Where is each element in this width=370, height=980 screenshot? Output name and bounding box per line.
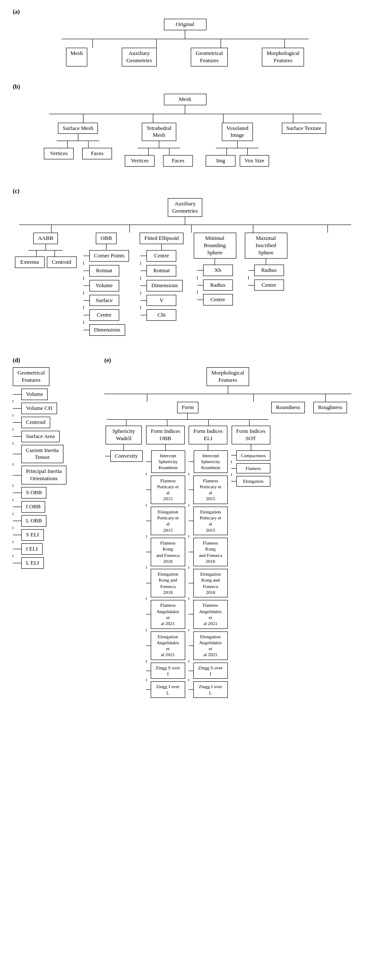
hc	[189, 461, 194, 462]
e-fi-obb-col: Form Indices OBB Intercept Sphericity Kr…	[146, 426, 185, 698]
b-tm-children: Vertices Faces	[125, 155, 193, 167]
node-vox-size: Vox Size	[240, 155, 269, 167]
d-item-volume-ch: Volume CH	[13, 403, 57, 414]
vc	[36, 251, 37, 257]
hc	[13, 493, 21, 493]
node-tet-mesh: Tetrahedral Mesh	[142, 123, 176, 141]
form-vlines	[107, 420, 269, 426]
fi-eli-item: Intercept Sphericity Krumbein	[189, 450, 228, 473]
node-zingg-i-l-eli: Zingg I over L	[193, 681, 228, 698]
obb-item: Surface	[83, 295, 119, 306]
hc	[146, 646, 151, 646]
hc	[146, 689, 151, 690]
node-flatness-sot: Flatness	[236, 463, 270, 473]
node-l-eli: L ELI	[21, 557, 44, 569]
section-d: (d) Geometrical Features Volume	[13, 357, 92, 568]
node-intercept-sph-krumbein-obb: Intercept Sphericity Krumbein	[151, 450, 185, 473]
node-vox-image: Voxelated Image	[222, 123, 253, 141]
e-fi-eli-col: Form Indices ELI Intercept Sphericity Kr…	[189, 426, 228, 698]
vc	[141, 306, 141, 309]
d-item-surf-area: Surface Area	[13, 431, 60, 442]
hc	[83, 285, 89, 286]
hc	[248, 285, 254, 285]
vc	[208, 420, 209, 426]
node-radius-maxs: Radius	[254, 265, 284, 276]
node-aux-geom-a: Auxiliary Geometries	[122, 48, 157, 66]
hc	[83, 300, 89, 301]
node-s-eli: S ELI	[21, 529, 44, 541]
node-i-eli: I ELI	[21, 543, 43, 555]
node-elongation-sot: Elongation	[236, 476, 270, 486]
hc	[146, 552, 151, 552]
node-flatness-angelidakis-obb: Flatness Angelidakis et al 2021	[151, 600, 185, 628]
hc	[189, 552, 193, 552]
c-level1: AABB Extrema Centroid OBB	[15, 233, 356, 336]
node-sph-wadell: Sphericity Wadell	[106, 426, 142, 444]
node-mesh-b: Mesh	[164, 94, 207, 105]
e-roughness-col: Roughness	[313, 402, 347, 413]
section-a: (a) Original Mesh Auxiliary Geometries G…	[13, 9, 357, 66]
d-item-principal-inertia: Principal Inertia Orientations	[13, 466, 66, 484]
c-max-sphere-col: Maximal Inscribed Sphere Radius Centre	[243, 233, 290, 291]
connector	[185, 30, 185, 39]
node-rotmat-obb: Rotmat	[89, 265, 119, 277]
node-centre-maxs: Centre	[254, 280, 284, 291]
vc	[165, 444, 166, 450]
hc	[141, 271, 146, 271]
d-item-s-obb: S OBB	[13, 487, 46, 499]
node-surface-area: Surface Area	[21, 431, 60, 442]
fi-eli-item: Flatness Kong and Fonseca 2018	[189, 538, 228, 566]
node-morph-feat-a: Morphological Features	[262, 48, 304, 66]
node-corner-points: Corner Points	[89, 250, 129, 262]
hc	[189, 689, 193, 690]
hc	[13, 408, 21, 409]
vc	[237, 141, 238, 148]
ell-item: Rotmat	[141, 265, 176, 277]
fi-eli-item: Elongation Potticary et al 2015	[189, 507, 228, 535]
node-zingg-s-i-eli: Zingg S over I	[193, 663, 228, 679]
fi-eli-item: Elongation Kong and Fonseca 2018	[189, 569, 228, 597]
vc	[51, 225, 52, 233]
node-flatness-kong-obb: Flatness Kong and Fonseca 2018	[151, 538, 185, 566]
obb-item: Dimensions	[83, 324, 125, 336]
c-vlines	[19, 225, 351, 233]
vc	[67, 141, 68, 148]
node-radius-ms: Radius	[203, 280, 233, 291]
hc	[146, 614, 151, 614]
c-obb-col: OBB Corner Points Rotmat	[81, 233, 132, 336]
vc	[197, 291, 198, 294]
node-obb-c: OBB	[96, 233, 117, 244]
hc	[146, 461, 151, 462]
vc	[266, 259, 266, 265]
d-item-i-eli: I ELI	[13, 543, 43, 555]
maxs-item: Centre	[248, 280, 284, 291]
vc	[185, 217, 185, 225]
b-vox-col: Voxelated Image Img Vox Size	[206, 123, 269, 167]
ell-item: V	[141, 295, 176, 306]
hc	[141, 315, 146, 315]
hc	[83, 256, 89, 256]
node-faces-sm: Faces	[82, 148, 112, 159]
node-form-indices-obb: Form Indices OBB	[146, 426, 185, 444]
hc	[197, 270, 203, 271]
section-c-label: (c)	[13, 188, 357, 195]
fi-eli-item: Zingg I over L	[189, 681, 228, 698]
fi-obb-item: Elongation Potticary et al 2015	[146, 507, 185, 535]
fi-obb-item: Elongation Kong and Fonseca 2018	[146, 569, 185, 597]
obb-item: Volume	[83, 280, 119, 291]
form-children-row: Sphericity Wadell Convexity Form Indices…	[105, 426, 271, 698]
node-convexity: Convexity	[110, 450, 143, 462]
node-form: Form	[177, 402, 198, 413]
obb-item: Centre	[83, 309, 119, 321]
vc	[83, 321, 84, 324]
hc	[231, 455, 236, 455]
fi-obb-item: Flatness Kong and Fonseca 2018	[146, 538, 185, 566]
vc	[92, 39, 93, 48]
page: (a) Original Mesh Auxiliary Geometries G…	[0, 0, 370, 706]
vc	[46, 244, 46, 250]
vc	[156, 39, 157, 48]
node-roughness: Roughness	[313, 402, 347, 413]
hc	[13, 475, 21, 476]
fi-eli-item: Elongation Angelidakis et al 2021	[189, 631, 228, 660]
b-surf-tex-col: Surface Texture	[282, 123, 326, 134]
